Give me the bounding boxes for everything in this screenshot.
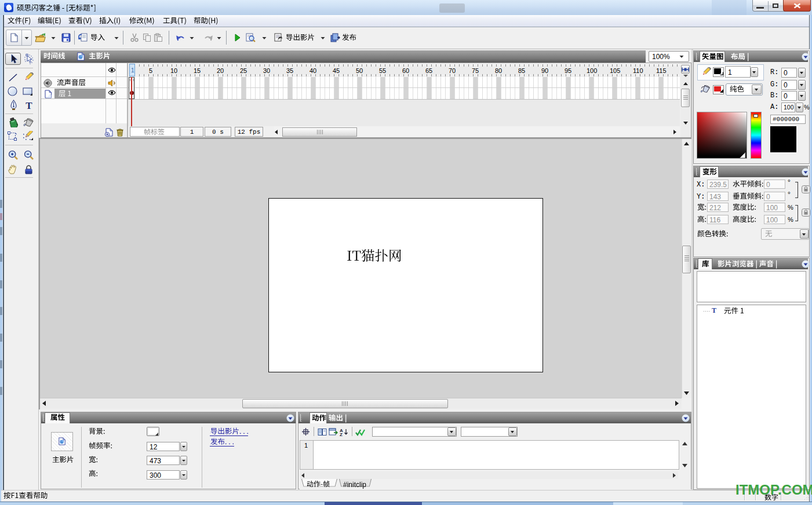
svg-text:T: T [712,306,716,313]
svg-text:Z: Z [340,432,343,436]
svg-text:T: T [26,100,32,110]
